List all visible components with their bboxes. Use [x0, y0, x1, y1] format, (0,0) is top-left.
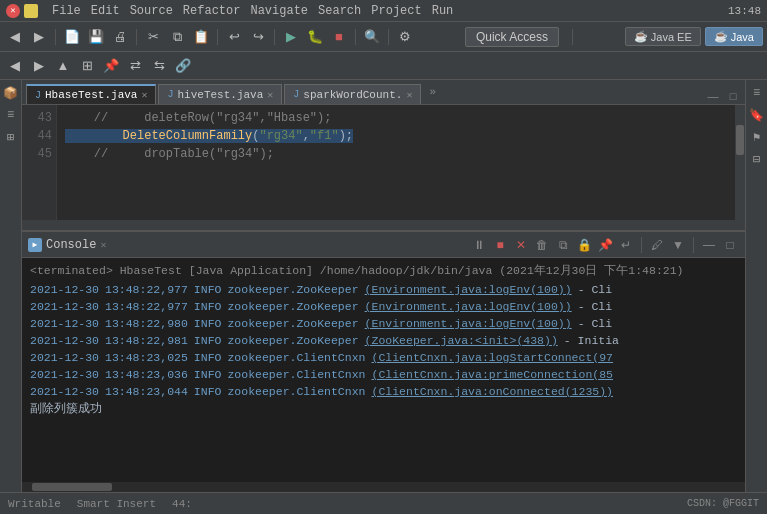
- console-pin-btn[interactable]: 📌: [596, 236, 614, 254]
- console-stop-btn[interactable]: ■: [491, 236, 509, 254]
- menu-navigate[interactable]: Navigate: [250, 4, 308, 18]
- menu-project[interactable]: Project: [371, 4, 421, 18]
- console-dropdown-btn[interactable]: ▼: [669, 236, 687, 254]
- toolbar2-prev[interactable]: ◀: [4, 55, 26, 77]
- toolbar-copy[interactable]: ⧉: [166, 26, 188, 48]
- editor-horizontal-scrollbar[interactable]: [22, 220, 745, 230]
- status-position: 44:: [172, 498, 192, 510]
- console-pause-btn[interactable]: ⏸: [470, 236, 488, 254]
- toolbar2-link[interactable]: 🔗: [172, 55, 194, 77]
- menu-search[interactable]: Search: [318, 4, 361, 18]
- toolbar-forward[interactable]: ▶: [28, 26, 50, 48]
- sidebar-pkg-explorer-icon[interactable]: 📦: [2, 84, 20, 102]
- toolbar-sep-6: [388, 29, 389, 45]
- console-horizontal-scrollbar[interactable]: [22, 482, 745, 492]
- toolbar-sep-7: [572, 29, 573, 45]
- editor-maximize-btn[interactable]: □: [725, 88, 741, 104]
- console-maximize-btn[interactable]: □: [721, 236, 739, 254]
- toolbar-cut[interactable]: ✂: [142, 26, 164, 48]
- toolbar-search-btn[interactable]: 🔍: [361, 26, 383, 48]
- console-tab-label[interactable]: Console: [46, 238, 96, 252]
- perspective-java-ee[interactable]: ☕ Java EE: [625, 27, 701, 46]
- tab-overflow-button[interactable]: »: [423, 84, 442, 100]
- toolbar2-up[interactable]: ▲: [52, 55, 74, 77]
- menu-run[interactable]: Run: [432, 4, 454, 18]
- tab-hbasetest[interactable]: J HbaseTest.java ✕: [26, 84, 156, 104]
- console-minimize-btn[interactable]: —: [700, 236, 718, 254]
- toolbar-new[interactable]: 📄: [61, 26, 83, 48]
- toolbar-settings[interactable]: ⚙: [394, 26, 416, 48]
- minimize-button[interactable]: [24, 4, 38, 18]
- editor-minimize-btn[interactable]: —: [705, 88, 721, 104]
- menu-refactor[interactable]: Refactor: [183, 4, 241, 18]
- toolbar-sep-1: [55, 29, 56, 45]
- tab-hivetest[interactable]: J hiveTest.java ✕: [158, 84, 282, 104]
- code-line-43: // deleteRow("rg34","Hbase");: [65, 111, 331, 125]
- tab-sparkwordcount-close[interactable]: ✕: [406, 89, 412, 101]
- toolbar-paste[interactable]: 📋: [190, 26, 212, 48]
- toolbar2-expand[interactable]: ⇄: [124, 55, 146, 77]
- menu-edit[interactable]: Edit: [91, 4, 120, 18]
- line-num-43: 43: [22, 109, 52, 127]
- code-content[interactable]: // deleteRow("rg34","Hbase"); DeleteColu…: [57, 105, 735, 220]
- editor-scrollbar-thumb[interactable]: [736, 125, 744, 155]
- code-editor[interactable]: 43 44 45 // deleteRow("rg34","Hbase"); D…: [22, 105, 745, 220]
- console-scroll-lock-btn[interactable]: 🔒: [575, 236, 593, 254]
- quick-access-button[interactable]: Quick Access: [465, 27, 559, 47]
- sidebar-right-bookmarks-icon[interactable]: 🔖: [748, 106, 766, 124]
- log-line-1: 2021-12-30 13:48:22,977 INFO zookeeper.Z…: [30, 281, 737, 298]
- toolbar-back[interactable]: ◀: [4, 26, 26, 48]
- sidebar-outline-icon[interactable]: ≡: [2, 106, 20, 124]
- toolbar-save[interactable]: 💾: [85, 26, 107, 48]
- toolbar-undo[interactable]: ↩: [223, 26, 245, 48]
- editor-vertical-scrollbar[interactable]: [735, 105, 745, 220]
- tab-sparkwordcount[interactable]: J sparkWordCount. ✕: [284, 84, 421, 104]
- clock: 13:48: [728, 5, 761, 17]
- tab-sparkwordcount-icon: J: [293, 89, 299, 100]
- line-num-44: 44: [22, 127, 52, 145]
- toolbar-print[interactable]: 🖨: [109, 26, 131, 48]
- tab-hbasetest-close[interactable]: ✕: [141, 89, 147, 101]
- toolbar2-pin[interactable]: 📌: [100, 55, 122, 77]
- console-word-wrap-btn[interactable]: ↵: [617, 236, 635, 254]
- content-area: J HbaseTest.java ✕ J hiveTest.java ✕ J s…: [22, 80, 745, 492]
- menu-source[interactable]: Source: [130, 4, 173, 18]
- perspective-buttons: ☕ Java EE ☕ Java: [625, 27, 763, 46]
- console-actions: ⏸ ■ ✕ 🗑 ⧉ 🔒 📌 ↵ 🖊 ▼ — □: [470, 236, 739, 254]
- close-button[interactable]: ✕: [6, 4, 20, 18]
- toolbar-sep-5: [355, 29, 356, 45]
- console-clear-btn[interactable]: 🗑: [533, 236, 551, 254]
- log-line-5: 2021-12-30 13:48:23,025 INFO zookeeper.C…: [30, 349, 737, 366]
- perspective-java[interactable]: ☕ Java: [705, 27, 763, 46]
- toolbar2-collapse[interactable]: ⇆: [148, 55, 170, 77]
- java-icon: ☕: [714, 30, 728, 43]
- log-line-3: 2021-12-30 13:48:22,980 INFO zookeeper.Z…: [30, 315, 737, 332]
- menu-bar: File Edit Source Refactor Navigate Searc…: [52, 4, 453, 18]
- status-writable: Writable: [8, 498, 61, 510]
- sidebar-right-markers-icon[interactable]: ⚑: [748, 128, 766, 146]
- console-header: ▶ Console ✕ ⏸ ■ ✕ 🗑 ⧉ 🔒 📌 ↵ 🖊 ▼: [22, 232, 745, 258]
- sidebar-right-overview-icon[interactable]: ⊟: [748, 150, 766, 168]
- console-copy-log-btn[interactable]: ⧉: [554, 236, 572, 254]
- toolbar-stop[interactable]: ■: [328, 26, 350, 48]
- tab-hivetest-close[interactable]: ✕: [267, 89, 273, 101]
- sidebar-right: ≡ 🔖 ⚑ ⊟: [745, 80, 767, 492]
- tab-hivetest-label: hiveTest.java: [177, 89, 263, 101]
- toolbar2-next[interactable]: ▶: [28, 55, 50, 77]
- menu-file[interactable]: File: [52, 4, 81, 18]
- toolbar2-select[interactable]: ⊞: [76, 55, 98, 77]
- sidebar-hierarchy-icon[interactable]: ⊞: [2, 128, 20, 146]
- tab-hbasetest-label: HbaseTest.java: [45, 89, 137, 101]
- console-stop2-btn[interactable]: ✕: [512, 236, 530, 254]
- java-ee-label: Java EE: [651, 31, 692, 43]
- console-sep: [641, 237, 642, 253]
- toolbar-redo[interactable]: ↪: [247, 26, 269, 48]
- sidebar-right-tasks-icon[interactable]: ≡: [748, 84, 766, 102]
- toolbar-debug[interactable]: 🐛: [304, 26, 326, 48]
- toolbar-run[interactable]: ▶: [280, 26, 302, 48]
- console-scrollbar-thumb[interactable]: [32, 483, 112, 491]
- java-ee-icon: ☕: [634, 30, 648, 43]
- console-open-btn[interactable]: 🖊: [648, 236, 666, 254]
- status-smart-insert: Smart Insert: [77, 498, 156, 510]
- console-close-tab[interactable]: ✕: [100, 239, 106, 251]
